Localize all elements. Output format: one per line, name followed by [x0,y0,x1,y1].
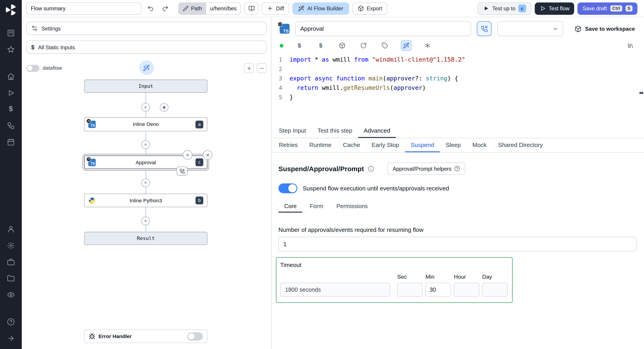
approval-prompt-helpers-button[interactable]: Approval/Prompt helpers [387,162,465,175]
typescript-icon: TS [88,159,96,166]
info-icon[interactable] [368,166,374,172]
variables-nav-button[interactable]: $ [4,102,18,116]
error-handler-toggle[interactable] [187,332,203,341]
minus-icon [259,65,264,71]
worker-tag-select[interactable] [497,21,563,36]
tab-shared-directory[interactable]: Shared Directory [492,138,549,152]
tab-form[interactable]: Form [304,200,329,213]
resource-picker-button[interactable]: $ [316,40,326,51]
move-step-button[interactable] [183,150,192,159]
tag-button[interactable] [380,40,390,51]
suspend-title: Suspend/Approval/Prompt [278,165,364,172]
briefcase-icon [7,258,15,266]
export-button[interactable]: Export [352,2,388,14]
redo-button[interactable] [160,3,171,14]
asterisk-icon [424,42,431,49]
tab-runtime[interactable]: Runtime [304,138,337,152]
error-handler-node[interactable]: Error Handler [84,330,207,343]
timeout-hour-label: Hour [454,274,480,280]
home-nav-button[interactable] [4,69,18,83]
tab-retries[interactable]: Retries [273,138,304,152]
folders-nav-button[interactable] [4,271,18,285]
zoom-in-button[interactable] [244,63,254,73]
ai-step-wand-button[interactable] [139,60,154,75]
tab-early-stop[interactable]: Early Stop [366,138,405,152]
suspend-indicator-chip[interactable] [177,167,188,176]
tab-mock[interactable]: Mock [467,138,492,152]
suspend-mode-button[interactable] [477,21,492,36]
users-nav-button[interactable] [4,222,18,236]
insert-step-button[interactable] [141,217,150,225]
flow-step-inline-deno[interactable]: TS Inline Deno a [84,117,207,131]
schedules-nav-button[interactable] [4,135,18,149]
insert-step-button[interactable] [141,103,150,112]
settings-label: Settings [42,25,61,31]
favorites-nav-button[interactable] [4,42,18,56]
flow-canvas[interactable]: Input TS Inline Deno a TS Approval c [22,76,271,349]
undo-button[interactable] [145,3,156,14]
diff-button[interactable]: Diff [262,2,289,14]
path-button[interactable]: Path u/henri/bes [178,2,241,14]
package-icon [575,25,582,32]
spinner-icon [86,118,91,123]
tab-permissions[interactable]: Permissions [330,200,373,213]
variable-picker-button[interactable]: $ [294,40,305,51]
test-up-to-label: Test up to [492,5,515,11]
flow-node-input[interactable]: Input [84,79,207,93]
spinner-icon [278,22,282,27]
timeout-sec-input[interactable] [397,283,423,297]
tab-core[interactable]: Core [278,200,302,213]
save-to-workspace-button[interactable]: Save to workspace [572,25,637,33]
timeout-hour-input[interactable] [454,283,480,297]
resources-nav-button[interactable] [4,118,18,132]
kanban-icon [7,29,15,37]
format-button[interactable] [422,40,433,51]
flow-step-inline-python3[interactable]: Inline Python3 b [84,194,207,207]
ai-assistant-button[interactable] [401,40,412,51]
dependencies-button[interactable] [337,40,348,51]
timeout-sec-label: Sec [397,274,423,280]
timeout-day-input[interactable] [482,283,508,297]
node-label: Input [84,83,207,89]
test-up-to-button[interactable]: Test up to c [478,2,532,14]
insert-step-button[interactable] [141,179,150,187]
suspend-toggle[interactable] [278,183,297,193]
code-editor[interactable]: 1import * as wmill from "windmill-client… [272,53,644,124]
zoom-out-button[interactable] [257,63,266,73]
insert-step-button[interactable] [141,140,150,149]
dataflow-toggle[interactable] [26,64,40,71]
save-draft-button[interactable]: Save draft Ctrl S [578,2,638,14]
reload-button[interactable] [358,40,369,51]
flow-summary-input[interactable] [26,2,141,14]
flow-node-result[interactable]: Result [84,232,207,245]
timeout-summary-input[interactable] [280,283,390,297]
tab-test-this-step[interactable]: Test this step [312,124,358,138]
step-name-input[interactable] [295,21,471,36]
library-panel-button[interactable] [625,40,636,51]
timeout-min-input[interactable] [426,283,451,297]
audit-logs-nav-button[interactable] [4,288,18,302]
apps-nav-button[interactable] [4,26,18,40]
tab-step-input[interactable]: Step Input [273,124,312,138]
path-edit-segment[interactable]: Path [179,3,206,14]
delete-step-button[interactable] [203,150,212,159]
workers-nav-button[interactable] [4,255,18,269]
tab-sleep[interactable]: Sleep [440,138,467,152]
approvals-count-input[interactable] [278,237,636,252]
test-flow-button[interactable]: Test flow [534,2,574,14]
insert-trigger-button[interactable] [160,103,168,112]
path-label: Path [191,5,202,11]
collapse-rail-button[interactable] [4,331,18,345]
all-static-inputs-button[interactable]: $ All Static Inputs [26,40,266,54]
spinner-icon [86,157,91,161]
tab-suspend[interactable]: Suspend [405,138,440,152]
ai-flow-builder-button[interactable]: AI Flow Builder [293,2,349,14]
tab-advanced[interactable]: Advanced [358,124,396,138]
flow-settings-button[interactable]: Settings [26,22,266,35]
settings-nav-button[interactable] [4,238,18,252]
bolt-icon [162,105,166,110]
help-button[interactable] [4,315,18,329]
tab-cache[interactable]: Cache [337,138,366,152]
docs-button[interactable] [244,2,258,14]
runs-nav-button[interactable] [4,86,18,100]
